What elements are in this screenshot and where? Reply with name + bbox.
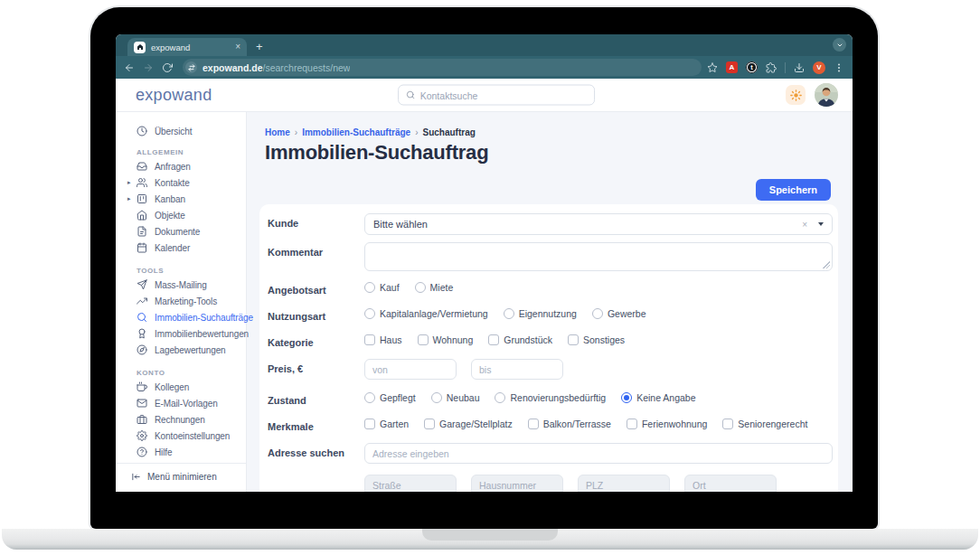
expand-arrow-icon[interactable]: ▸	[127, 179, 131, 186]
extensions-puzzle-icon[interactable]	[766, 62, 777, 73]
breadcrumb-separator: ›	[415, 127, 418, 137]
tab-close-icon[interactable]: ×	[235, 42, 240, 52]
sidebar-item-kollegen[interactable]: Kollegen	[116, 379, 246, 395]
radio-renovierungsbeduerftig[interactable]: Renovierungsbedürftig	[495, 392, 606, 403]
back-button[interactable]	[124, 62, 135, 73]
theme-toggle-button[interactable]	[786, 85, 806, 105]
help-circle-icon	[137, 447, 147, 457]
send-icon	[137, 279, 147, 290]
minimize-menu-button[interactable]: Menü minimieren	[116, 463, 246, 492]
document-icon	[137, 226, 147, 237]
preis-von-input[interactable]	[364, 359, 457, 380]
form-row-kunde: Kunde Bitte wählen ×	[268, 213, 833, 235]
sidebar-item-objekte[interactable]: Objekte	[116, 207, 246, 223]
hausnummer-input	[471, 475, 563, 492]
checkbox-grundstueck[interactable]: Grundstück	[488, 334, 552, 345]
checkbox-sonstiges[interactable]: Sonstiges	[568, 334, 625, 345]
pdf-extension-icon[interactable]: A	[726, 61, 738, 73]
kebab-menu-icon[interactable]	[834, 62, 844, 73]
site-info-icon[interactable]	[185, 61, 197, 73]
radio-circle	[415, 282, 426, 293]
breadcrumb-home[interactable]: Home	[265, 127, 290, 137]
sidebar-item-anfragen[interactable]: Anfragen	[116, 158, 246, 174]
preis-bis-input[interactable]	[471, 359, 563, 380]
checkbox-balkon[interactable]: Balkon/Terrasse	[528, 419, 611, 429]
contact-search-input[interactable]	[420, 89, 587, 100]
radio-gewerbe[interactable]: Gewerbe	[592, 308, 646, 319]
new-tab-button[interactable]: +	[256, 41, 263, 52]
sidebar-item-kalender[interactable]: Kalender	[116, 240, 246, 256]
sidebar-item-lagebewertungen[interactable]: Lagebewertungen	[116, 342, 246, 358]
checkbox-seniorengerecht[interactable]: Seniorengerecht	[722, 419, 807, 429]
checkbox-box	[568, 334, 579, 345]
kommentar-textarea[interactable]	[364, 242, 833, 271]
save-button[interactable]: Speichern	[756, 179, 831, 201]
tab-title: expowand	[151, 42, 230, 52]
form-row-zustand: Zustand Gepflegt Neubau Renovierungsbedü…	[268, 390, 833, 406]
checkbox-ferienwohnung[interactable]: Ferienwohnung	[627, 419, 707, 429]
radio-miete[interactable]: Miete	[415, 282, 454, 293]
form-row-preis: Preis, €	[268, 359, 833, 380]
radio-eigennutzung[interactable]: Eigennutzung	[504, 308, 577, 319]
checkbox-wohnung[interactable]: Wohnung	[418, 334, 474, 345]
sidebar-item-uebersicht[interactable]: Übersicht	[116, 123, 246, 139]
form-row-kommentar: Kommentar	[268, 242, 833, 271]
sidebar-item-immobilienbewertungen[interactable]: Immobilienbewertungen	[116, 325, 246, 342]
url-host: expowand.de	[203, 62, 263, 73]
adresse-input[interactable]	[364, 443, 833, 464]
checkbox-box	[627, 419, 637, 429]
sidebar-section-allgemein: ALLGEMEIN	[116, 148, 246, 156]
downloads-icon[interactable]	[794, 62, 805, 73]
field-label: Kommentar	[268, 242, 364, 258]
browser-tab[interactable]: expowand ×	[127, 38, 247, 56]
extension-badge-icon[interactable]: t	[746, 61, 758, 73]
user-avatar[interactable]	[815, 83, 838, 107]
expand-arrow-icon[interactable]: ▸	[127, 195, 131, 202]
app-logo[interactable]: expowand	[136, 86, 212, 105]
field-label: Kunde	[268, 213, 364, 229]
breadcrumb-suchauftraege[interactable]: Immobilien-Suchaufträge	[302, 127, 410, 137]
chevron-down-icon[interactable]	[818, 222, 824, 226]
site-favicon	[134, 42, 146, 53]
bookmark-star-icon[interactable]	[707, 62, 718, 73]
sidebar-item-marketing-tools[interactable]: Marketing-Tools	[116, 293, 246, 309]
sidebar-item-kontakte[interactable]: ▸ Kontakte	[116, 174, 246, 191]
radio-gepflegt[interactable]: Gepflegt	[364, 392, 416, 403]
search-icon	[406, 90, 415, 100]
sidebar-item-hilfe[interactable]: Hilfe	[116, 444, 246, 460]
home-icon	[137, 210, 147, 221]
radio-circle	[364, 308, 375, 319]
clear-selection-icon[interactable]: ×	[802, 220, 807, 230]
checkbox-haus[interactable]: Haus	[364, 334, 402, 345]
sidebar-item-immobilien-suchauftraege[interactable]: Immobilien-Suchaufträge	[116, 309, 246, 325]
contact-search[interactable]	[398, 85, 595, 106]
award-icon	[137, 328, 147, 339]
checkbox-garten[interactable]: Garten	[364, 419, 409, 429]
radio-keine-angabe[interactable]: Keine Angabe	[621, 392, 695, 403]
radio-circle	[364, 392, 375, 403]
sidebar-item-kanban[interactable]: ▸ Kanban	[116, 191, 246, 207]
sidebar-item-rechnungen[interactable]: Rechnungen	[116, 411, 246, 428]
radio-kauf[interactable]: Kauf	[364, 282, 400, 293]
checkbox-box	[722, 419, 733, 429]
toolbar-actions: A t V	[707, 61, 844, 74]
tab-search-chevron-button[interactable]	[833, 38, 846, 52]
url-bar[interactable]: expowand.de /searchrequests/new	[183, 59, 702, 76]
checkbox-garage[interactable]: Garage/Stellplatz	[424, 419, 513, 429]
sidebar-item-kontoeinstellungen[interactable]: Kontoeinstellungen	[116, 428, 246, 444]
radio-neubau[interactable]: Neubau	[431, 392, 480, 403]
app-header: expowand	[116, 79, 853, 112]
browser-profile-avatar[interactable]: V	[813, 61, 825, 74]
kunde-select[interactable]: Bitte wählen ×	[364, 213, 833, 235]
users-icon	[137, 177, 147, 188]
house-icon	[137, 43, 144, 51]
radio-circle	[364, 282, 375, 293]
sidebar-item-mass-mailing[interactable]: Mass-Mailing	[116, 277, 246, 293]
reload-button[interactable]	[162, 62, 173, 73]
sidebar-item-dokumente[interactable]: Dokumente	[116, 223, 246, 240]
sidebar-item-email-vorlagen[interactable]: E-Mail-Vorlagen	[116, 395, 246, 411]
sun-icon	[790, 89, 802, 101]
forward-button[interactable]	[143, 62, 154, 73]
clock-icon	[137, 126, 147, 136]
radio-kapitalanlage[interactable]: Kapitalanlage/Vermietung	[364, 308, 488, 319]
